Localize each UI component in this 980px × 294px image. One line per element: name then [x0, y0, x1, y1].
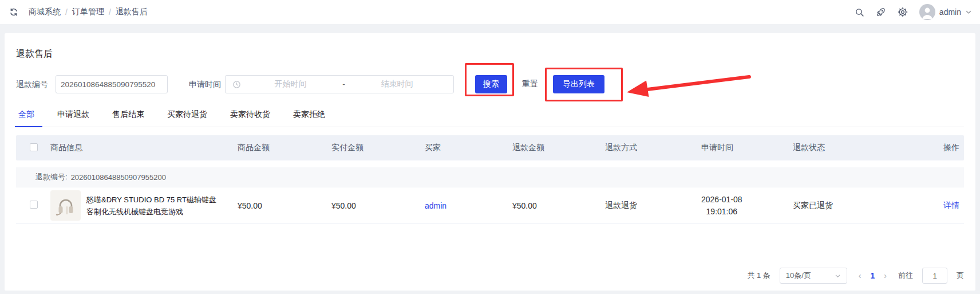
group-refund-no-label: 退款编号:: [35, 172, 68, 182]
col-product-amount: 商品金额: [233, 143, 327, 153]
start-time-input[interactable]: 开始时间: [241, 79, 340, 89]
pagination: 共 1 条 10条/页 ‹ 1 › 前往 页: [16, 268, 964, 284]
clock-icon: [232, 80, 241, 89]
cell-paid-amount: ¥50.00: [327, 201, 420, 210]
page-size-value: 10条/页: [786, 271, 811, 281]
col-apply-time: 申请时间: [697, 143, 788, 153]
chevron-down-icon: [835, 273, 841, 279]
breadcrumb-separator: /: [109, 7, 111, 17]
product-image: [50, 190, 81, 221]
page-size-select[interactable]: 10条/页: [780, 268, 847, 284]
next-page-button[interactable]: ›: [882, 271, 889, 280]
tab-apply-refund[interactable]: 申请退款: [57, 109, 89, 120]
tab-buyer-to-return[interactable]: 买家待退货: [167, 109, 207, 120]
refund-no-label: 退款编号: [16, 75, 48, 93]
date-range-picker[interactable]: 开始时间 - 结束时间: [225, 75, 454, 93]
goto-unit: 页: [957, 271, 964, 281]
refund-no-input[interactable]: [56, 75, 168, 93]
filter-row: 退款编号 申请时间 开始时间 - 结束时间 搜索 重置 导出列表: [16, 75, 964, 93]
gear-icon[interactable]: [898, 7, 908, 17]
search-button[interactable]: 搜索: [475, 75, 507, 93]
apply-time-label: 申请时间: [189, 75, 221, 93]
refund-group-row: 退款编号: 20260108648850907955200: [16, 167, 964, 187]
export-button[interactable]: 导出列表: [553, 75, 604, 93]
range-separator: -: [340, 80, 347, 89]
tab-all[interactable]: 全部: [18, 109, 34, 120]
group-refund-no-value: 20260108648850907955200: [71, 173, 166, 182]
table-header: 商品信息 商品金额 实付金额 买家 退款金额 退款方式 申请时间 退款状态 操作: [16, 135, 964, 160]
product-title: 怒喵&DRY STUDIO BD 75 RT磁轴键盘客制化无线机械键盘电竞游戏: [86, 194, 219, 218]
goto-label: 前往: [898, 271, 913, 281]
user-menu[interactable]: admin: [919, 4, 972, 20]
refresh-icon[interactable]: [9, 7, 18, 17]
col-refund-status: 退款状态: [788, 143, 920, 153]
cell-product-amount: ¥50.00: [233, 201, 327, 210]
content-card: 退款售后 退款编号 申请时间 开始时间 - 结束时间 搜索 重置 导出列表 全部…: [5, 33, 975, 291]
buyer-link[interactable]: admin: [425, 201, 446, 210]
cell-refund-amount: ¥50.00: [508, 201, 600, 210]
topbar: 商城系统 / 订单管理 / 退款售后: [0, 0, 980, 24]
cell-refund-status: 买家已退货: [788, 201, 920, 211]
goto-page-input[interactable]: [922, 268, 947, 284]
current-page[interactable]: 1: [871, 271, 875, 280]
reset-button[interactable]: 重置: [514, 75, 546, 93]
username: admin: [939, 7, 961, 17]
tab-seller-to-receive[interactable]: 卖家待收货: [230, 109, 270, 120]
search-icon[interactable]: [855, 7, 864, 17]
col-refund-amount: 退款金额: [508, 143, 600, 153]
rocket-icon[interactable]: [876, 7, 886, 17]
status-tabs: 全部 申请退款 售后结束 买家待退货 卖家待收货 卖家拒绝: [16, 109, 964, 127]
detail-link[interactable]: 详情: [943, 201, 959, 210]
breadcrumb-separator: /: [65, 7, 68, 17]
col-refund-method: 退款方式: [600, 143, 697, 153]
tab-seller-rejected[interactable]: 卖家拒绝: [293, 109, 325, 120]
breadcrumb-item-orders[interactable]: 订单管理: [72, 7, 104, 17]
cell-apply-time: 2026-01-08 19:01:06: [701, 194, 742, 218]
table-row: 怒喵&DRY STUDIO BD 75 RT磁轴键盘客制化无线机械键盘电竞游戏 …: [16, 187, 964, 224]
breadcrumb-item-current: 退款售后: [116, 7, 148, 17]
cell-refund-method: 退款退货: [600, 201, 697, 211]
apply-date: 2026-01-08: [701, 194, 742, 206]
pagination-total: 共 1 条: [747, 271, 770, 281]
chevron-down-icon: [965, 9, 972, 15]
col-paid-amount: 实付金额: [327, 143, 420, 153]
end-time-input[interactable]: 结束时间: [347, 79, 446, 89]
col-product-info: 商品信息: [46, 143, 233, 153]
tab-aftersale-finished[interactable]: 售后结束: [112, 109, 144, 120]
breadcrumb: 商城系统 / 订单管理 / 退款售后: [29, 7, 148, 17]
col-actions: 操作: [920, 143, 964, 153]
col-buyer: 买家: [420, 143, 508, 153]
page-title: 退款售后: [16, 48, 964, 60]
avatar-icon: [919, 4, 935, 20]
breadcrumb-item-system[interactable]: 商城系统: [29, 7, 61, 17]
row-checkbox[interactable]: [30, 201, 38, 209]
apply-time: 19:01:06: [701, 206, 742, 218]
select-all-checkbox[interactable]: [30, 143, 38, 151]
prev-page-button[interactable]: ‹: [856, 271, 864, 280]
